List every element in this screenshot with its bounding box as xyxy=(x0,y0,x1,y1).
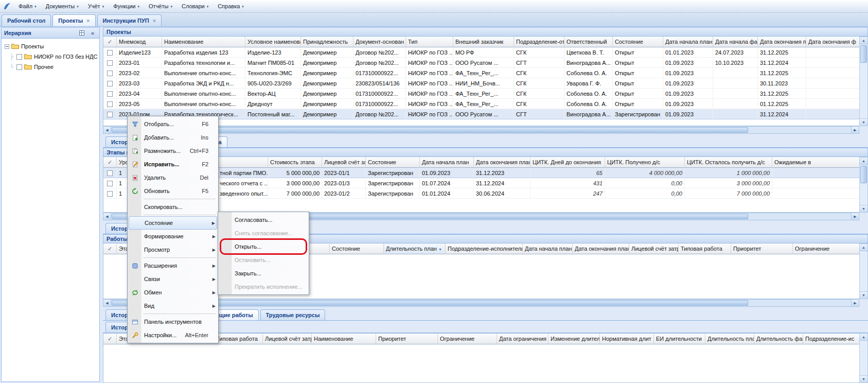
column-header[interactable]: ✓ xyxy=(103,37,117,47)
row-checkbox[interactable] xyxy=(107,71,113,76)
column-header[interactable]: Условное наименова xyxy=(245,37,301,47)
row-checkbox[interactable] xyxy=(107,181,113,186)
row-checkbox[interactable] xyxy=(107,50,113,56)
table-row[interactable]: 2023-01Разработка технологии и...Магнит … xyxy=(103,58,860,68)
tree-node-checkbox[interactable] xyxy=(16,64,22,70)
table-row[interactable]: Изделие123Разработка изделия 123Изделие-… xyxy=(103,47,860,58)
tree-node-child[interactable]: └ Прочее xyxy=(3,62,98,72)
column-header[interactable]: Дата начала факт xyxy=(713,37,758,47)
menu-item-Размножить[interactable]: Размножить...Ctrl+F3 xyxy=(129,144,217,158)
column-header[interactable]: Дата ограничения xyxy=(497,334,548,344)
column-header[interactable]: Наименование xyxy=(312,334,376,344)
menu-item-Открыть[interactable]: Открыть... xyxy=(219,240,308,253)
column-header[interactable]: Ответственный xyxy=(564,37,613,47)
column-header[interactable]: Длительность фак xyxy=(754,334,803,344)
column-header[interactable]: Подразделение-исполнитель. xyxy=(446,243,523,254)
column-header[interactable]: Подразделение-от xyxy=(514,37,564,47)
scroll-down-icon[interactable]: ▼ xyxy=(860,291,867,299)
scroll-up-icon[interactable]: ▲ xyxy=(860,158,867,165)
menubar-item-Справка[interactable]: Справка▾ xyxy=(214,1,248,11)
column-header[interactable]: Лицевой счёт затр xyxy=(629,243,679,254)
column-header[interactable]: ЦИТК. Дней до окончания xyxy=(530,157,605,168)
column-header[interactable]: ЕИ длительности xyxy=(654,334,705,344)
column-header[interactable]: Мнемокод xyxy=(117,37,162,47)
scroll-left-icon[interactable]: ◀ xyxy=(103,127,111,133)
column-header[interactable]: Типовая работа xyxy=(214,334,263,344)
scroll-right-icon[interactable]: ▶ xyxy=(851,213,859,220)
column-header[interactable]: Дата окончания ф xyxy=(806,37,860,47)
row-checkbox[interactable] xyxy=(107,191,113,197)
column-header[interactable]: ✓ xyxy=(103,334,117,344)
column-header[interactable]: Приоритет xyxy=(731,243,793,254)
scroll-up-icon[interactable]: ▲ xyxy=(860,37,867,44)
menu-item-Панель инструментов[interactable]: Панель инструментов xyxy=(129,315,217,328)
menu-item-Связи[interactable]: Связи▶ xyxy=(129,272,217,286)
menubar-item-Файл[interactable]: Файл▾ xyxy=(14,1,41,11)
row-checkbox[interactable] xyxy=(107,170,113,176)
column-header[interactable]: ЦИТК. Осталось получить д/с xyxy=(685,157,772,168)
column-header[interactable]: Нормативная длит xyxy=(600,334,654,344)
works-vertical-scrollbar[interactable]: ▲ ▼ xyxy=(859,243,868,299)
column-header[interactable]: Лицевой счёт затр xyxy=(263,334,312,344)
menubar-item-Отчёты[interactable]: Отчёты▾ xyxy=(145,1,176,11)
collapse-node-icon[interactable] xyxy=(5,44,9,49)
column-header[interactable]: ЦИТК. Получено д/с xyxy=(605,157,685,168)
column-header[interactable]: Наименование xyxy=(162,37,245,47)
scroll-thumb[interactable] xyxy=(860,45,867,63)
menu-item-Просмотр[interactable]: Просмотр▶ xyxy=(129,243,217,256)
projects-vertical-scrollbar[interactable]: ▲ ▼ xyxy=(859,37,868,126)
row-checkbox[interactable] xyxy=(107,91,113,97)
column-header[interactable]: Состояние xyxy=(366,157,420,168)
column-header[interactable]: Дата окончания п xyxy=(758,37,806,47)
row-checkbox[interactable] xyxy=(107,112,113,117)
column-header[interactable]: ✓ xyxy=(103,243,117,254)
tree-node-checkbox[interactable] xyxy=(16,54,22,60)
table-row[interactable]: 2023-04Выполнение опытно-конс...Вектор-А… xyxy=(103,89,860,99)
scroll-right-icon[interactable]: ▶ xyxy=(851,127,859,133)
scroll-up-icon[interactable]: ▲ xyxy=(860,334,867,341)
column-header[interactable]: Дата начала план xyxy=(420,157,474,168)
menu-item-Обмен[interactable]: Обмен▶ xyxy=(129,286,217,299)
row-checkbox[interactable] xyxy=(107,101,113,107)
menu-item-Закрыть[interactable]: Закрыть... xyxy=(219,267,308,280)
menu-item-Настройки[interactable]: Настройки...Alt+Enter xyxy=(129,328,217,342)
column-header[interactable]: Подразделение-ис xyxy=(803,334,868,344)
scroll-down-icon[interactable]: ▼ xyxy=(860,205,867,212)
column-header[interactable]: Ожидаемые в xyxy=(772,157,860,168)
column-header[interactable]: Дата начала план. xyxy=(523,243,573,254)
menu-item-Добавить[interactable]: Добавить...Ins xyxy=(129,131,217,144)
row-checkbox[interactable] xyxy=(107,81,113,86)
menubar-item-Учёт[interactable]: Учёт▾ xyxy=(84,1,108,11)
scroll-down-icon[interactable]: ▼ xyxy=(860,118,867,126)
tab-Трудовые ресурсы[interactable]: Трудовые ресурсы xyxy=(260,309,326,320)
menu-item-Состояние[interactable]: Состояние▶ xyxy=(129,216,217,230)
column-header[interactable]: Типовая работа xyxy=(679,243,731,254)
column-header[interactable]: Состояние xyxy=(613,37,663,47)
menu-item-Согласовать[interactable]: Согласовать... xyxy=(219,213,308,227)
tab-Инструкции ПУП[interactable]: Инструкции ПУП× xyxy=(97,14,162,26)
scroll-thumb[interactable] xyxy=(860,166,867,183)
menu-item-Формирование[interactable]: Формирование▶ xyxy=(129,230,217,243)
column-header[interactable]: Внешний заказчик xyxy=(453,37,514,47)
menubar-item-Функции[interactable]: Функции▾ xyxy=(109,1,144,11)
row-checkbox[interactable] xyxy=(107,60,113,66)
menu-item-Отобрать[interactable]: Отобрать...F6 xyxy=(129,117,217,131)
column-header[interactable]: Документ-основан xyxy=(353,37,406,47)
table-row[interactable]: 2023-05Выполнение опытно-конс...Дредноут… xyxy=(103,99,860,109)
tab-Рабочий стол[interactable]: Рабочий стол xyxy=(2,14,51,26)
menu-item-Исправить[interactable]: Исправить...F2 xyxy=(129,158,217,171)
tree-node-child[interactable]: ├ НИОКР по ГОЗ без НДС xyxy=(3,51,98,62)
column-header[interactable]: Дата начала план. xyxy=(663,37,713,47)
stages-vertical-scrollbar[interactable]: ▲ ▼ xyxy=(859,157,868,213)
column-header[interactable]: Приоритет xyxy=(376,334,438,344)
column-header[interactable]: Длительность план▼ xyxy=(384,243,446,254)
column-header[interactable]: Длительность пла xyxy=(705,334,754,344)
column-header[interactable]: Принадлежность xyxy=(301,37,353,47)
column-header[interactable]: Изменение длител xyxy=(548,334,600,344)
table-row[interactable]: 2023-03Разработка ЭКД и РКД н...905-U020… xyxy=(103,78,860,89)
menubar-item-Документы[interactable]: Документы▾ xyxy=(42,1,83,11)
column-header[interactable]: Стоимость этапа xyxy=(268,157,322,168)
close-tab-icon[interactable]: × xyxy=(86,18,90,24)
column-header[interactable]: Лицевой счёт затрат. xyxy=(322,157,366,168)
table-row[interactable]: 2023-02Выполнение опытно-конс...Технолог… xyxy=(103,68,860,78)
